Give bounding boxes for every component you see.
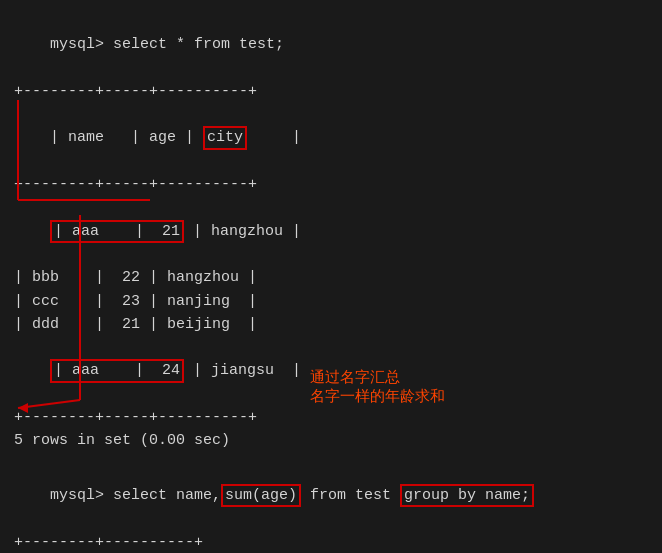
prompt-middle: from test <box>301 487 400 504</box>
prompt-prefix: mysql> select name, <box>50 487 221 504</box>
table-row: | ddd | 21 | beijing | <box>14 313 648 336</box>
sum-age-highlight: sum(age) <box>221 484 301 508</box>
query1-divider2: +--------+-----+----------+ <box>14 173 648 196</box>
query2-prompt: mysql> select name,sum(age) from test gr… <box>14 461 648 531</box>
city-highlight: city <box>203 126 247 150</box>
annotation-line2: 名字一样的年龄求和 <box>310 387 445 406</box>
table-row: | bbb | 22 | hangzhou | <box>14 266 648 289</box>
terminal: mysql> select * from test; +--------+---… <box>0 0 662 553</box>
annotation: 通过名字汇总 名字一样的年龄求和 <box>310 368 445 406</box>
query1-prompt: mysql> select * from test; <box>14 10 648 80</box>
query1-footer: 5 rows in set (0.00 sec) <box>14 429 648 452</box>
aaa-row1-highlight: | aaa | 21 <box>50 220 184 244</box>
annotation-line1: 通过名字汇总 <box>310 368 445 387</box>
query1-divider3: +--------+-----+----------+ <box>14 406 648 429</box>
table-row: | ccc | 23 | nanjing | <box>14 290 648 313</box>
query2-divider1: +--------+----------+ <box>14 531 648 554</box>
table-row: | aaa | 21 | hangzhou | <box>14 196 648 266</box>
prompt-text: mysql> select * from test; <box>50 36 284 53</box>
query1-header: | name | age | city | <box>14 103 648 173</box>
aaa-row5-highlight: | aaa | 24 <box>50 359 184 383</box>
groupby-highlight: group by name; <box>400 484 534 508</box>
query1-divider1: +--------+-----+----------+ <box>14 80 648 103</box>
